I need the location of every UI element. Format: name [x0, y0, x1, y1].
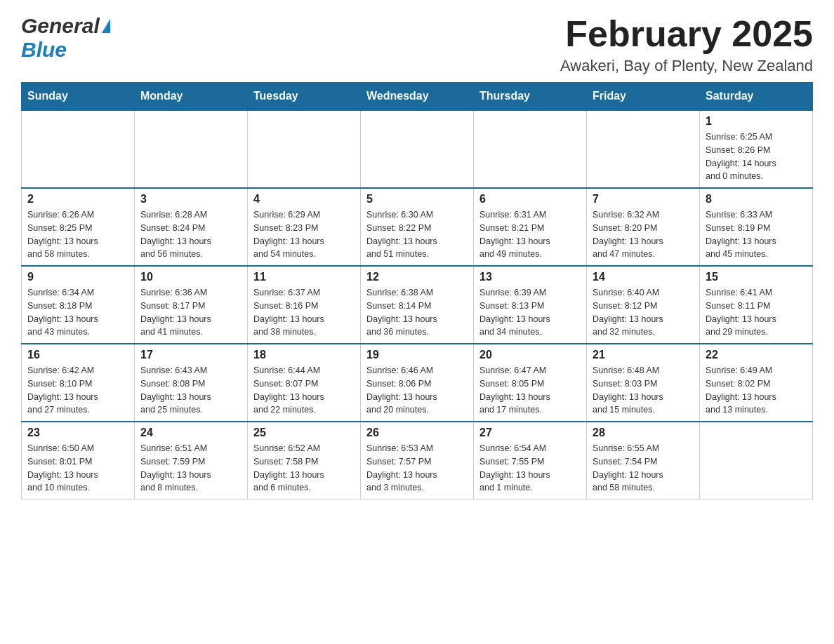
calendar-week-row: 2Sunrise: 6:26 AMSunset: 8:25 PMDaylight…: [22, 188, 813, 266]
day-number: 9: [27, 271, 128, 283]
calendar-cell: 4Sunrise: 6:29 AMSunset: 8:23 PMDaylight…: [248, 188, 361, 266]
day-number: 14: [593, 271, 694, 283]
calendar-cell: 1Sunrise: 6:25 AMSunset: 8:26 PMDaylight…: [700, 110, 813, 188]
calendar-cell: 9Sunrise: 6:34 AMSunset: 8:18 PMDaylight…: [22, 266, 135, 344]
day-info: Sunrise: 6:49 AMSunset: 8:02 PMDaylight:…: [706, 364, 807, 417]
calendar-cell: 14Sunrise: 6:40 AMSunset: 8:12 PMDayligh…: [587, 266, 700, 344]
day-number: 10: [140, 271, 241, 283]
calendar-cell: 6Sunrise: 6:31 AMSunset: 8:21 PMDaylight…: [474, 188, 587, 266]
day-info: Sunrise: 6:55 AMSunset: 7:54 PMDaylight:…: [593, 442, 694, 495]
calendar-cell: 22Sunrise: 6:49 AMSunset: 8:02 PMDayligh…: [700, 344, 813, 422]
calendar-cell: 2Sunrise: 6:26 AMSunset: 8:25 PMDaylight…: [22, 188, 135, 266]
calendar-cell: [700, 422, 813, 499]
calendar-cell: 24Sunrise: 6:51 AMSunset: 7:59 PMDayligh…: [135, 422, 248, 499]
day-number: 24: [140, 427, 241, 439]
day-number: 27: [479, 427, 581, 439]
calendar-day-header: Wednesday: [361, 83, 474, 111]
day-number: 6: [479, 193, 581, 206]
day-info: Sunrise: 6:46 AMSunset: 8:06 PMDaylight:…: [366, 364, 468, 417]
day-number: 5: [366, 193, 468, 206]
day-info: Sunrise: 6:30 AMSunset: 8:22 PMDaylight:…: [366, 208, 468, 261]
calendar-week-row: 9Sunrise: 6:34 AMSunset: 8:18 PMDaylight…: [22, 266, 813, 344]
day-info: Sunrise: 6:51 AMSunset: 7:59 PMDaylight:…: [140, 442, 241, 495]
day-info: Sunrise: 6:53 AMSunset: 7:57 PMDaylight:…: [366, 442, 468, 495]
day-info: Sunrise: 6:37 AMSunset: 8:16 PMDaylight:…: [253, 286, 355, 339]
calendar-cell: 20Sunrise: 6:47 AMSunset: 8:05 PMDayligh…: [474, 344, 587, 422]
calendar-cell: 3Sunrise: 6:28 AMSunset: 8:24 PMDaylight…: [135, 188, 248, 266]
day-info: Sunrise: 6:42 AMSunset: 8:10 PMDaylight:…: [27, 364, 128, 417]
day-number: 26: [366, 427, 468, 439]
calendar-cell: 25Sunrise: 6:52 AMSunset: 7:58 PMDayligh…: [248, 422, 361, 499]
day-info: Sunrise: 6:50 AMSunset: 8:01 PMDaylight:…: [27, 442, 128, 495]
day-number: 13: [479, 271, 581, 283]
day-info: Sunrise: 6:44 AMSunset: 8:07 PMDaylight:…: [253, 364, 355, 417]
day-info: Sunrise: 6:48 AMSunset: 8:03 PMDaylight:…: [593, 364, 694, 417]
logo-arrow-icon: [102, 19, 110, 33]
calendar-day-header: Saturday: [700, 83, 813, 111]
calendar-cell: 10Sunrise: 6:36 AMSunset: 8:17 PMDayligh…: [135, 266, 248, 344]
day-number: 16: [27, 349, 128, 361]
day-info: Sunrise: 6:38 AMSunset: 8:14 PMDaylight:…: [366, 286, 468, 339]
day-number: 20: [479, 349, 581, 361]
day-number: 15: [706, 271, 807, 283]
day-number: 21: [593, 349, 694, 361]
day-number: 4: [253, 193, 355, 206]
calendar-cell: 12Sunrise: 6:38 AMSunset: 8:14 PMDayligh…: [361, 266, 474, 344]
location-label: Awakeri, Bay of Plenty, New Zealand: [560, 57, 813, 75]
day-info: Sunrise: 6:28 AMSunset: 8:24 PMDaylight:…: [140, 208, 241, 261]
calendar-cell: 23Sunrise: 6:50 AMSunset: 8:01 PMDayligh…: [22, 422, 135, 499]
day-number: 28: [593, 427, 694, 439]
day-info: Sunrise: 6:36 AMSunset: 8:17 PMDaylight:…: [140, 286, 241, 339]
calendar-cell: [248, 110, 361, 188]
day-info: Sunrise: 6:31 AMSunset: 8:21 PMDaylight:…: [479, 208, 581, 261]
day-number: 2: [27, 193, 128, 206]
calendar-cell: 26Sunrise: 6:53 AMSunset: 7:57 PMDayligh…: [361, 422, 474, 499]
day-info: Sunrise: 6:54 AMSunset: 7:55 PMDaylight:…: [479, 442, 581, 495]
title-section: February 2025 Awakeri, Bay of Plenty, Ne…: [560, 14, 813, 75]
calendar-cell: 21Sunrise: 6:48 AMSunset: 8:03 PMDayligh…: [587, 344, 700, 422]
day-number: 8: [706, 193, 807, 206]
calendar-day-header: Monday: [135, 83, 248, 111]
calendar-week-row: 16Sunrise: 6:42 AMSunset: 8:10 PMDayligh…: [22, 344, 813, 422]
day-number: 22: [706, 349, 807, 361]
calendar-cell: 5Sunrise: 6:30 AMSunset: 8:22 PMDaylight…: [361, 188, 474, 266]
calendar-cell: [135, 110, 248, 188]
calendar-cell: [587, 110, 700, 188]
day-info: Sunrise: 6:40 AMSunset: 8:12 PMDaylight:…: [593, 286, 694, 339]
day-number: 17: [140, 349, 241, 361]
logo: General Blue: [21, 14, 110, 62]
calendar-cell: 7Sunrise: 6:32 AMSunset: 8:20 PMDaylight…: [587, 188, 700, 266]
calendar-cell: 17Sunrise: 6:43 AMSunset: 8:08 PMDayligh…: [135, 344, 248, 422]
day-info: Sunrise: 6:26 AMSunset: 8:25 PMDaylight:…: [27, 208, 128, 261]
calendar-cell: [22, 110, 135, 188]
calendar-cell: 8Sunrise: 6:33 AMSunset: 8:19 PMDaylight…: [700, 188, 813, 266]
day-info: Sunrise: 6:43 AMSunset: 8:08 PMDaylight:…: [140, 364, 241, 417]
day-info: Sunrise: 6:52 AMSunset: 7:58 PMDaylight:…: [253, 442, 355, 495]
calendar-cell: 11Sunrise: 6:37 AMSunset: 8:16 PMDayligh…: [248, 266, 361, 344]
page-header: General Blue February 2025 Awakeri, Bay …: [21, 14, 813, 75]
calendar-cell: [474, 110, 587, 188]
day-number: 1: [706, 115, 807, 128]
calendar-week-row: 23Sunrise: 6:50 AMSunset: 8:01 PMDayligh…: [22, 422, 813, 499]
calendar-cell: 16Sunrise: 6:42 AMSunset: 8:10 PMDayligh…: [22, 344, 135, 422]
day-info: Sunrise: 6:47 AMSunset: 8:05 PMDaylight:…: [479, 364, 581, 417]
day-info: Sunrise: 6:29 AMSunset: 8:23 PMDaylight:…: [253, 208, 355, 261]
day-number: 25: [253, 427, 355, 439]
calendar-cell: 28Sunrise: 6:55 AMSunset: 7:54 PMDayligh…: [587, 422, 700, 499]
calendar-cell: 15Sunrise: 6:41 AMSunset: 8:11 PMDayligh…: [700, 266, 813, 344]
month-title: February 2025: [560, 14, 813, 54]
calendar-table: SundayMondayTuesdayWednesdayThursdayFrid…: [21, 82, 813, 499]
logo-general-text: General: [21, 14, 100, 38]
calendar-header-row: SundayMondayTuesdayWednesdayThursdayFrid…: [22, 83, 813, 111]
day-number: 19: [366, 349, 468, 361]
calendar-day-header: Thursday: [474, 83, 587, 111]
calendar-day-header: Sunday: [22, 83, 135, 111]
calendar-cell: 13Sunrise: 6:39 AMSunset: 8:13 PMDayligh…: [474, 266, 587, 344]
day-info: Sunrise: 6:32 AMSunset: 8:20 PMDaylight:…: [593, 208, 694, 261]
day-number: 23: [27, 427, 128, 439]
calendar-week-row: 1Sunrise: 6:25 AMSunset: 8:26 PMDaylight…: [22, 110, 813, 188]
calendar-day-header: Friday: [587, 83, 700, 111]
day-number: 12: [366, 271, 468, 283]
day-number: 7: [593, 193, 694, 206]
logo-blue-text: Blue: [21, 38, 67, 61]
